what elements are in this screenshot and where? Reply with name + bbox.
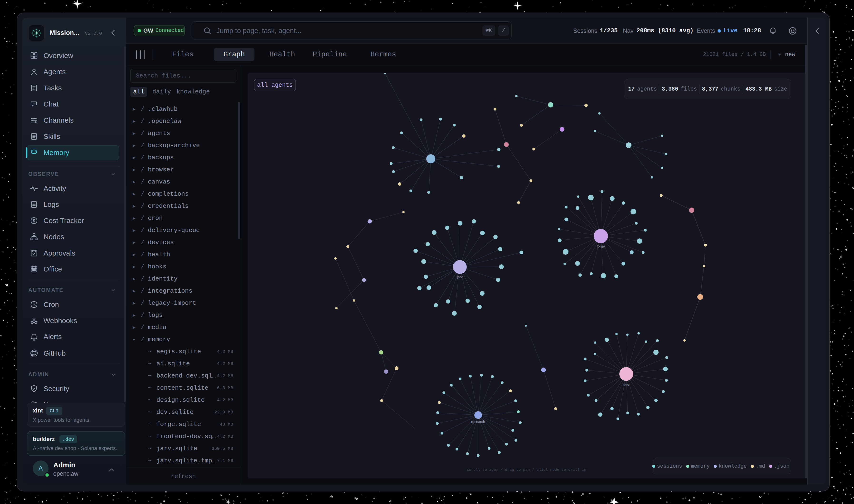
svg-text:jarv: jarv (457, 275, 463, 279)
svg-text:dev: dev (623, 382, 629, 386)
svg-text:forge: forge (597, 244, 605, 248)
svg-text:research: research (471, 420, 485, 424)
